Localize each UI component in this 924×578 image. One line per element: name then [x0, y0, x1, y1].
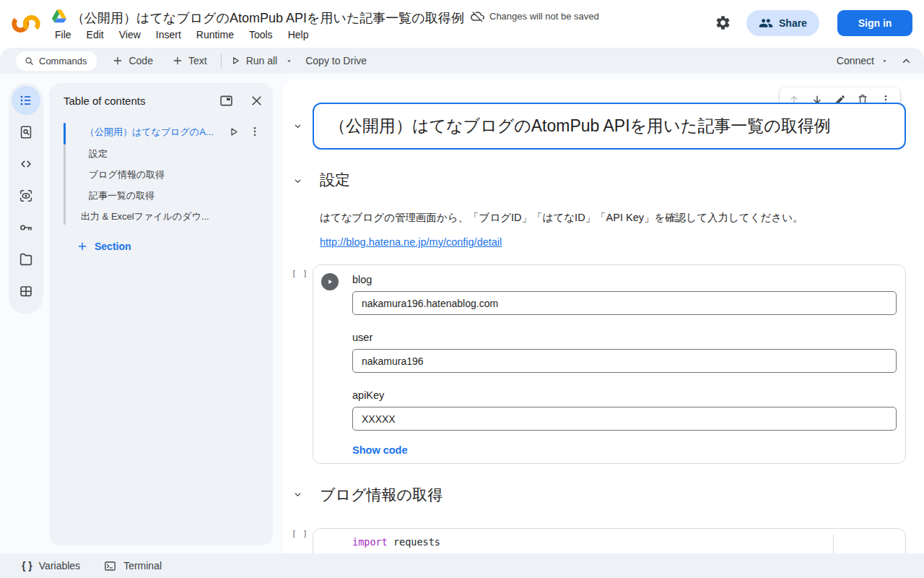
collapse-settings-section-icon[interactable]: [292, 176, 303, 186]
sidebar-item-code-snippets[interactable]: [9, 148, 43, 180]
menu-runtime[interactable]: Runtime: [196, 29, 234, 40]
main-area: Table of contents （公開用）はてなブログのA... 設定 ブロ…: [0, 74, 924, 553]
menu-tools[interactable]: Tools: [249, 29, 273, 40]
add-code-button[interactable]: Code: [112, 55, 152, 66]
form-cell-exec-indicator[interactable]: [ ]: [292, 269, 308, 278]
terminal-label: Terminal: [123, 560, 162, 571]
show-code-link[interactable]: Show code: [352, 444, 408, 456]
colab-logo-icon[interactable]: [9, 9, 43, 39]
plus-icon: [77, 241, 88, 252]
commands-button[interactable]: Commands: [16, 51, 97, 71]
commands-label: Commands: [39, 56, 87, 66]
sidebar-item-files[interactable]: [9, 243, 43, 275]
status-bar: { } Variables Terminal: [0, 553, 924, 578]
form-field-label-blog: blog: [352, 274, 372, 285]
run-all-label: Run all: [246, 55, 278, 66]
settings-heading: 設定: [320, 170, 350, 190]
run-all-button[interactable]: Run all: [230, 55, 278, 66]
app-header: （公開用）はてなブログのAtomPub APIを用いた記事一覧の取得例 File…: [0, 0, 924, 48]
toc-panel-title: Table of contents: [64, 95, 145, 107]
data-table-icon: [18, 283, 34, 299]
sidebar-item-find[interactable]: [9, 116, 43, 148]
add-text-label: Text: [188, 55, 207, 66]
toc-item-blog-info[interactable]: ブログ情報の取得: [89, 168, 165, 181]
blog-info-heading: ブログ情報の取得: [320, 485, 443, 505]
menu-view[interactable]: View: [119, 29, 141, 40]
add-code-label: Code: [128, 55, 152, 66]
save-status-text: Changes will not be saved: [489, 11, 599, 22]
terminal-icon: [103, 559, 117, 573]
drive-icon: [52, 9, 66, 23]
table-of-contents-panel: Table of contents （公開用）はてなブログのA... 設定 ブロ…: [49, 83, 273, 545]
copy-to-drive-button[interactable]: Copy to Drive: [305, 55, 367, 66]
sidebar-item-table-of-contents[interactable]: [9, 85, 43, 116]
collapse-blog-info-section-icon[interactable]: [292, 489, 303, 500]
save-status: Changes will not be saved: [471, 9, 599, 23]
form-field-label-apikey: apiKey: [352, 389, 384, 401]
toc-item-article-list[interactable]: 記事一覧の取得: [89, 189, 154, 202]
code-line: import requests: [352, 536, 440, 548]
find-in-notebook-icon: [18, 124, 34, 140]
plus-icon: [172, 55, 183, 66]
share-button[interactable]: Share: [746, 10, 819, 36]
form-input-user[interactable]: [352, 349, 897, 373]
toolbar-divider: [221, 53, 222, 68]
editor-divider: [833, 535, 834, 553]
python-code-cell[interactable]: import requests: [313, 528, 906, 553]
code-cell-exec-indicator[interactable]: [ ]: [292, 529, 308, 538]
form-input-blog[interactable]: [352, 291, 897, 315]
title-markdown-cell[interactable]: （公開用）はてなブログのAtomPub APIを用いた記事一覧の取得例: [313, 103, 906, 150]
toc-tree-line-active: [64, 123, 66, 144]
menu-help[interactable]: Help: [288, 29, 309, 40]
terminal-button[interactable]: Terminal: [103, 559, 162, 573]
cloud-off-icon: [471, 9, 484, 23]
toc-run-section-icon[interactable]: [227, 126, 240, 138]
sidebar-item-secrets[interactable]: [9, 212, 43, 243]
sidebar-item-vision-scan[interactable]: [9, 180, 43, 212]
add-text-button[interactable]: Text: [172, 55, 207, 66]
collapse-header-icon[interactable]: [900, 55, 912, 67]
files-folder-icon: [18, 251, 34, 267]
settings-gear-icon[interactable]: [715, 14, 731, 31]
add-section-label: Section: [95, 241, 131, 252]
share-label: Share: [779, 17, 807, 29]
toc-item-menu-icon[interactable]: [248, 125, 261, 138]
left-icon-rail: [9, 83, 43, 314]
connect-button[interactable]: Connect: [837, 55, 889, 66]
title-cell-text: （公開用）はてなブログのAtomPub APIを用いた記事一覧の取得例: [329, 104, 831, 148]
notebook-filename[interactable]: （公開用）はてなブログのAtomPub APIを用いた記事一覧の取得例: [71, 9, 464, 27]
connect-dropdown-caret: [881, 57, 889, 65]
secrets-key-icon: [18, 220, 34, 236]
form-input-apikey[interactable]: [352, 407, 897, 431]
run-all-dropdown-caret[interactable]: [285, 57, 293, 65]
form-field-label-user: user: [352, 332, 372, 343]
hatena-config-link[interactable]: http://blog.hatena.ne.jp/my/config/detai…: [320, 236, 502, 248]
sign-in-button[interactable]: Sign in: [837, 10, 912, 36]
sidebar-item-data-table[interactable]: [9, 275, 43, 307]
braces-icon: { }: [22, 560, 32, 571]
code-snippets-icon: [18, 156, 34, 172]
connect-label: Connect: [837, 55, 874, 66]
menu-edit[interactable]: Edit: [87, 29, 104, 40]
open-panel-in-editor-icon[interactable]: [219, 93, 234, 108]
add-section-button[interactable]: Section: [77, 241, 131, 252]
menu-insert[interactable]: Insert: [156, 29, 181, 40]
run-cell-button[interactable]: [321, 273, 339, 290]
toc-item-title[interactable]: （公開用）はてなブログのA...: [85, 126, 214, 139]
close-panel-icon[interactable]: [249, 93, 264, 108]
colab-app: （公開用）はてなブログのAtomPub APIを用いた記事一覧の取得例 File…: [0, 0, 924, 578]
people-icon: [759, 16, 773, 30]
variables-button[interactable]: { } Variables: [22, 560, 80, 571]
active-icon-circle: [12, 86, 40, 115]
play-icon: [326, 277, 334, 286]
code-rest: requests: [388, 536, 440, 548]
toc-item-output-excel[interactable]: 出力 & Excelファイルのダウ...: [81, 210, 209, 223]
toc-item-settings[interactable]: 設定: [89, 147, 108, 160]
menu-file[interactable]: File: [55, 29, 71, 40]
collapse-title-section-icon[interactable]: [292, 121, 303, 131]
form-code-cell: blog user apiKey Show code: [313, 264, 906, 464]
variables-label: Variables: [39, 560, 80, 571]
notebook-content: （公開用）はてなブログのAtomPub APIを用いた記事一覧の取得例 設定 は…: [283, 79, 924, 553]
plus-icon: [112, 55, 123, 66]
code-keyword: import: [352, 536, 388, 548]
